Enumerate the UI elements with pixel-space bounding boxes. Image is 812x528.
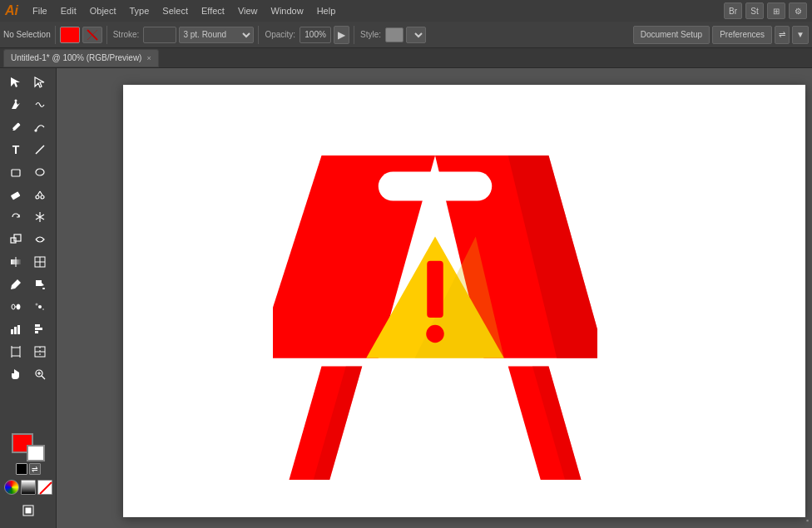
pencil-tool[interactable] <box>4 116 27 138</box>
style-swatch[interactable] <box>385 27 404 42</box>
pen-tool[interactable] <box>4 94 27 116</box>
hand-tool[interactable] <box>4 363 27 385</box>
tool-row-7 <box>2 206 54 228</box>
default-colors-icon[interactable] <box>16 463 27 475</box>
tab-title: Untitled-1* @ 100% (RGB/Preview) <box>11 53 141 62</box>
no-selection-label: No Selection <box>3 30 51 39</box>
rotate-tool[interactable] <box>4 206 27 228</box>
menu-select[interactable]: Select <box>156 4 194 17</box>
menu-view[interactable]: View <box>232 4 264 17</box>
svg-line-42 <box>42 376 45 379</box>
bottom-tools <box>4 480 52 495</box>
document-setup-button[interactable]: Document Setup <box>633 26 710 44</box>
stroke-cap-select[interactable]: 3 pt. Round 1 pt. 2 pt. 5 pt. <box>179 27 254 43</box>
line-tool[interactable] <box>28 139 52 160</box>
color-section: ⇌ <box>2 430 54 525</box>
tool-row-9 <box>2 251 54 273</box>
style-select[interactable] <box>406 27 426 43</box>
svg-point-6 <box>36 169 44 175</box>
tool-row-3 <box>2 116 54 138</box>
stock-icon[interactable]: St <box>745 2 764 19</box>
tool-row-2 <box>2 94 54 116</box>
arrange-button[interactable]: ⇌ <box>775 26 790 44</box>
settings-icon[interactable]: ⚙ <box>789 2 807 19</box>
warp-tool[interactable] <box>28 229 52 250</box>
symbol-tool[interactable] <box>28 296 52 318</box>
menu-help[interactable]: Help <box>311 4 342 17</box>
reflect-tool[interactable] <box>28 206 52 228</box>
svg-line-4 <box>36 146 44 154</box>
menu-object[interactable]: Object <box>84 4 122 17</box>
menu-file[interactable]: File <box>27 4 53 17</box>
svg-line-11 <box>40 191 42 195</box>
more-options-button[interactable]: ▼ <box>792 26 809 44</box>
svg-rect-29 <box>17 325 20 334</box>
grid-icon[interactable]: ⊞ <box>767 2 785 19</box>
stroke-field[interactable] <box>143 27 176 43</box>
coordinates: ▪ <box>806 516 809 525</box>
color-icon[interactable] <box>4 480 19 495</box>
menu-right-icons: Br St ⊞ ⚙ <box>724 2 807 19</box>
menu-type[interactable]: Type <box>124 4 156 17</box>
paintbucket-tool[interactable] <box>28 274 52 295</box>
shape-tool[interactable] <box>4 161 27 183</box>
svg-rect-27 <box>11 329 13 334</box>
tool-row-14 <box>2 363 54 385</box>
svg-rect-47 <box>26 508 31 513</box>
selection-tool[interactable] <box>4 72 27 93</box>
type-tool[interactable]: T <box>4 139 27 160</box>
svg-point-22 <box>17 304 20 309</box>
menu-effect[interactable]: Effect <box>196 4 230 17</box>
tool-row-6 <box>2 184 54 205</box>
svg-rect-31 <box>35 328 42 330</box>
bar-graph-tool[interactable] <box>28 318 52 340</box>
svg-point-26 <box>42 308 44 310</box>
tool-row-5 <box>2 161 54 183</box>
column-graph-tool[interactable] <box>4 318 27 340</box>
stroke-indicator[interactable] <box>82 27 102 43</box>
separator3 <box>258 26 259 44</box>
svg-rect-33 <box>12 348 20 356</box>
svg-rect-5 <box>12 170 20 176</box>
zoom-tool[interactable] <box>28 363 52 385</box>
opacity-options-btn[interactable]: ▶ <box>334 26 349 44</box>
bridge-icon[interactable]: Br <box>724 2 742 19</box>
freeform-tool[interactable] <box>28 94 52 116</box>
menu-edit[interactable]: Edit <box>55 4 82 17</box>
drawing-modes-icon[interactable] <box>17 500 40 521</box>
eraser-tool[interactable] <box>4 184 27 205</box>
svg-rect-51 <box>379 172 493 201</box>
direct-selection-tool[interactable] <box>28 72 52 93</box>
none-icon[interactable] <box>37 480 52 495</box>
smooth-tool[interactable] <box>28 116 52 138</box>
swap-colors-icon[interactable]: ⇌ <box>29 463 41 475</box>
stroke-swatch[interactable] <box>27 445 45 461</box>
mesh-tool[interactable] <box>28 251 52 273</box>
svg-point-21 <box>12 304 15 309</box>
ellipse-tool[interactable] <box>28 161 52 183</box>
canvas-area[interactable]: ▪ <box>57 68 812 528</box>
svg-line-10 <box>37 191 40 195</box>
opacity-field[interactable] <box>300 27 331 43</box>
svg-point-3 <box>35 130 37 131</box>
eyedropper-tool[interactable] <box>4 274 27 295</box>
gradient-icon[interactable] <box>21 480 36 495</box>
slice-tool[interactable] <box>28 341 52 363</box>
document-tab[interactable]: Untitled-1* @ 100% (RGB/Preview) × <box>3 49 159 67</box>
opacity-label: Opacity: <box>263 30 297 39</box>
tab-bar: Untitled-1* @ 100% (RGB/Preview) × <box>0 48 812 68</box>
tab-close-icon[interactable]: × <box>146 54 151 62</box>
svg-rect-54 <box>427 261 443 318</box>
options-toolbar: No Selection Stroke: 3 pt. Round 1 pt. 2… <box>0 22 812 48</box>
svg-rect-7 <box>11 191 21 200</box>
gradient-tool[interactable] <box>4 251 27 273</box>
scale-tool[interactable] <box>4 229 27 250</box>
svg-rect-32 <box>35 331 38 333</box>
artboard-tool[interactable] <box>4 341 27 363</box>
scissors-tool[interactable] <box>28 184 52 205</box>
blend-tool[interactable] <box>4 296 27 318</box>
fill-color-swatch[interactable] <box>60 27 80 43</box>
preferences-button[interactable]: Preferences <box>712 26 772 44</box>
menu-window[interactable]: Window <box>265 4 309 17</box>
tool-row-12 <box>2 318 54 340</box>
